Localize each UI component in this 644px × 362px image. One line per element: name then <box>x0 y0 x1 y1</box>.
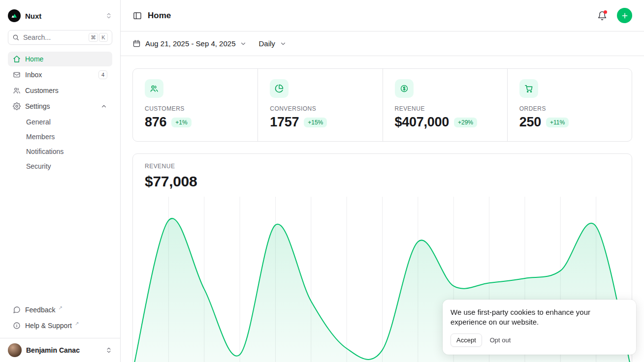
stat-card-customers[interactable]: CUSTOMERS 876 +1% <box>133 69 258 141</box>
date-range-value: Aug 21, 2025 - Sep 4, 2025 <box>145 39 235 48</box>
optout-cookies-button[interactable]: Opt out <box>487 334 514 346</box>
info-icon <box>13 322 21 330</box>
stat-card-revenue[interactable]: REVENUE $407,000 +29% <box>383 69 507 141</box>
unfold-icon <box>105 12 112 19</box>
sidebar-subitem-notifications[interactable]: Notifications <box>8 144 68 159</box>
revenue-chart-header: REVENUE $77,008 <box>133 154 632 197</box>
shopping-cart-icon <box>519 79 538 98</box>
panel-left-icon <box>132 11 142 21</box>
sidebar-spacer <box>0 174 120 302</box>
stat-delta-badge: +11% <box>546 118 569 127</box>
sidebar-item-label: Settings <box>25 102 50 110</box>
sidebar-item-label: Home <box>25 55 43 63</box>
stat-value: 876 <box>145 115 166 130</box>
nuxt-logo-icon <box>8 9 21 22</box>
stat-delta-badge: +15% <box>304 118 327 127</box>
plus-icon <box>621 12 629 20</box>
sidebar-item-settings[interactable]: Settings <box>8 99 112 114</box>
stat-value: 1757 <box>270 115 299 130</box>
sidebar-nav: Home Inbox 4 Customers <box>0 52 120 174</box>
calendar-icon <box>132 39 141 48</box>
chevron-down-icon <box>280 40 287 47</box>
feedback-label: Feedback <box>25 306 55 314</box>
sidebar-item-home[interactable]: Home <box>8 52 112 66</box>
revenue-chart-value: $77,008 <box>145 173 620 190</box>
search-placeholder: Search... <box>23 33 85 41</box>
users-icon <box>13 87 21 94</box>
sidebar: Nuxt Search... ⌘ K <box>0 0 121 362</box>
pie-chart-icon <box>270 79 289 98</box>
header-actions <box>597 8 632 23</box>
sidebar-item-label: Inbox <box>25 71 42 79</box>
granularity-value: Daily <box>258 39 275 48</box>
page-header: Home <box>121 0 644 31</box>
date-range-picker[interactable]: Aug 21, 2025 - Sep 4, 2025 <box>132 39 247 48</box>
stat-card-orders[interactable]: ORDERS 250 +11% <box>507 69 632 141</box>
dollar-circle-icon <box>395 79 414 98</box>
help-support-label: Help & Support <box>25 322 72 330</box>
sidebar-toggle-button[interactable] <box>132 11 142 21</box>
notifications-button[interactable] <box>597 11 607 21</box>
workspace-switcher-button[interactable] <box>105 12 112 19</box>
search-shortcut: ⌘ K <box>89 33 108 42</box>
user-name: Benjamin Canac <box>26 346 80 354</box>
sidebar-subitem-members[interactable]: Members <box>8 129 60 144</box>
sidebar-subitem-general[interactable]: General <box>8 115 56 129</box>
user-menu-button[interactable]: Benjamin Canac <box>0 338 120 362</box>
cookie-actions: Accept Opt out <box>451 333 628 347</box>
external-link-icon: ↗ <box>58 305 62 310</box>
sidebar-item-inbox[interactable]: Inbox 4 <box>8 67 112 82</box>
notification-dot <box>604 10 607 14</box>
users-icon <box>145 79 163 98</box>
page-title: Home <box>148 11 171 21</box>
search-icon <box>12 34 19 41</box>
granularity-select[interactable]: Daily <box>258 39 286 48</box>
stat-delta-badge: +29% <box>454 118 477 127</box>
stats-cards: CUSTOMERS 876 +1% CONVERSIONS 1757 <box>132 68 632 142</box>
help-support-link[interactable]: Help & Support ↗ <box>8 318 112 333</box>
settings-subnav: General Members Notifications Security <box>8 115 112 174</box>
kbd-command: ⌘ <box>89 33 98 42</box>
search-input[interactable]: Search... ⌘ K <box>8 30 112 45</box>
unfold-icon <box>105 347 112 354</box>
stat-label: ORDERS <box>519 105 620 112</box>
chevron-down-icon <box>240 40 247 47</box>
sidebar-subitem-security[interactable]: Security <box>8 159 56 174</box>
inbox-count-badge: 4 <box>98 70 107 79</box>
avatar <box>8 343 22 357</box>
stat-value: 250 <box>519 115 541 130</box>
kbd-k: K <box>99 33 108 42</box>
sidebar-item-customers[interactable]: Customers <box>8 83 112 98</box>
stat-card-conversions[interactable]: CONVERSIONS 1757 +15% <box>258 69 382 141</box>
feedback-link[interactable]: Feedback ↗ <box>8 302 112 317</box>
sidebar-item-label: Customers <box>25 87 59 94</box>
revenue-chart-label: REVENUE <box>145 163 620 170</box>
cookie-consent-toast: We use first-party cookies to enhance yo… <box>443 300 636 355</box>
cookie-message: We use first-party cookies to enhance yo… <box>451 307 628 328</box>
add-button[interactable] <box>617 8 632 23</box>
stat-label: CUSTOMERS <box>145 105 246 112</box>
workspace-name: Nuxt <box>25 12 41 20</box>
stat-delta-badge: +1% <box>171 118 191 127</box>
chevron-up-icon <box>100 103 107 110</box>
chat-bubble-icon <box>13 306 21 314</box>
accept-cookies-button[interactable]: Accept <box>451 333 482 347</box>
external-link-icon: ↗ <box>75 321 79 326</box>
inbox-icon <box>13 71 21 79</box>
gear-icon <box>13 102 21 110</box>
filters-toolbar: Aug 21, 2025 - Sep 4, 2025 Daily <box>121 31 644 56</box>
home-icon <box>13 55 21 63</box>
stat-label: CONVERSIONS <box>270 105 370 112</box>
sidebar-footer-links: Feedback ↗ Help & Support ↗ <box>0 302 120 338</box>
stat-label: REVENUE <box>395 105 495 112</box>
stat-value: $407,000 <box>395 115 449 130</box>
sidebar-header: Nuxt <box>0 8 120 24</box>
